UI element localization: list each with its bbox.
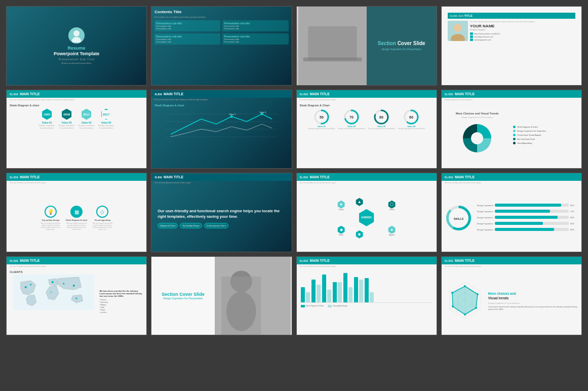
slide13-desc: Our user-friendly and functional search … (10, 265, 143, 267)
slide8-diagram-sub: Design Inspiration For Presentation (445, 116, 510, 119)
slide5-header: SLIDE MAIN TITLE (7, 90, 146, 98)
list-item (343, 273, 352, 302)
list-item: Design Inspiration 85% (476, 216, 578, 219)
svg-text:80: 80 (379, 115, 383, 119)
slide7-desc: Our user-friendly and functional search … (300, 99, 434, 101)
legend-item: Sleek Diagram & Chart (301, 305, 324, 307)
slide-13-world-map[interactable]: SLIDE MAIN TITLE Our user-friendly and f… (6, 256, 147, 336)
list-item: Presentation sub title Presentation titl… (222, 20, 288, 31)
list-item: Design Inspiration 90% (476, 204, 578, 207)
world-map-svg (10, 275, 98, 310)
bar-col (311, 280, 316, 302)
svg-point-59 (451, 292, 453, 294)
svg-point-37 (30, 284, 31, 285)
bar-col (359, 280, 363, 302)
list-item: Sleek Diagram & Chart (513, 126, 578, 128)
contact-item: startdesignstudio.com (470, 38, 575, 41)
list-item: ▲ (356, 198, 364, 206)
bar-col (317, 285, 321, 302)
slide-8-pie-chart[interactable]: SLIDE MAIN TITLE Design Inspiration For … (441, 90, 582, 169)
slide16-legend-sub: Design Inspiration For presentation (488, 302, 578, 304)
bar-fill (495, 216, 558, 219)
bar-col (333, 282, 337, 302)
slide-6-line-chart-dark[interactable]: SLIDE MAIN TITLE Our user-friendly searc… (151, 90, 292, 169)
slide-11-hobbies[interactable]: SLIDE MAIN TITLE Our user-friendly and f… (296, 173, 437, 252)
legend-item: Top quality Design (328, 305, 347, 307)
legend-dot (513, 126, 516, 128)
slide-10-quote[interactable]: SLIDE MAIN TITLE Our user-friendly and f… (151, 173, 292, 252)
list-item (311, 280, 321, 302)
list-item: 2008 Value 02 Design inspiration for pre… (58, 109, 75, 129)
slide-4-your-name[interactable]: SLIDE MAIN TITLE Our user-friendly and f… (441, 6, 582, 86)
web-icon (470, 38, 473, 41)
slide3-subtitle: Design Inspiration For Presentation (382, 48, 421, 51)
slide8-diagram-title: More Choices and Visual Trends (445, 112, 510, 115)
slide7-header: SLIDE MAIN TITLE (297, 90, 437, 98)
svg-point-39 (63, 283, 64, 284)
slide15-header: SLIDE MAIN TITLE (297, 257, 437, 264)
list-item: 1990 Value 01 Design inspiration for pre… (38, 109, 56, 129)
slide-9-icons[interactable]: SLIDE MAIN TITLE Our user-friendly and f… (6, 173, 147, 252)
slide16-legend-desc: Lorem ipsum has been the industry's stan… (488, 306, 578, 311)
slide-5-hex-diagram[interactable]: SLIDE MAIN TITLE Our user-friendly and f… (6, 90, 147, 169)
list-item: 2011 Value 03 Design inspiration for pre… (77, 109, 95, 129)
avatar (68, 27, 85, 44)
list-item: Tremendous Visual Appeal (513, 134, 578, 136)
bar-col (301, 287, 305, 302)
list-item: ● Appeal (388, 226, 396, 236)
slide14-text-overlay: Section Cover Slide Design Inspiration F… (151, 257, 214, 335)
list-item: ⬡ Colors (388, 201, 396, 211)
slide16-legend-title: More choices and Visual trends (488, 292, 578, 300)
slide2-items-grid: Presentation sub title Presentation titl… (154, 20, 288, 45)
legend-dot (513, 134, 516, 136)
hobbies-center: HOBBIES (358, 209, 375, 226)
slide-16-radar-chart[interactable]: SLIDE MAIN TITLE Our user-friendly and f… (441, 256, 582, 336)
slide-2-contents[interactable]: Contents Title Presentation is a complet… (151, 6, 292, 86)
slide10-quote: Our user-friendly and functional search … (158, 208, 285, 220)
list-item: 60 Value 04 Design inspiration for prese… (398, 109, 425, 130)
svg-point-41 (50, 291, 52, 293)
list-item: 2017 Value 04 Design inspiration for pre… (97, 109, 115, 129)
slide3-text-box: Section Cover Slide Design Inspiration F… (367, 7, 437, 85)
svg-point-40 (73, 285, 75, 287)
slide8-desc: Design Inspiration For Presentation (445, 99, 578, 101)
svg-point-0 (73, 30, 80, 36)
svg-text:Value 1: Value 1 (229, 113, 236, 115)
legend-color (301, 305, 305, 307)
svg-text:SKILLS: SKILLS (453, 217, 463, 220)
slide1-title-resume: Resume (68, 46, 86, 51)
slide-1-resume-cover[interactable]: Resume Powerpoint Template Presentation … (6, 6, 147, 86)
radar-svg (445, 280, 485, 321)
slide-12-bar-chart[interactable]: SLIDE MAIN TITLE Our user-friendly and f… (441, 173, 582, 252)
slide4-label: SLIDE (450, 15, 457, 17)
bar-col (370, 292, 374, 302)
lightbulb-icon: 💡 (45, 206, 57, 218)
list-item: Top Quality Design (180, 223, 202, 228)
legend-dot (513, 142, 516, 144)
svg-point-13 (230, 115, 233, 118)
bar-col (343, 273, 347, 302)
list-item: 50 Value 01 Design inspiration for prese… (308, 109, 335, 130)
bar-col (348, 287, 352, 302)
svg-point-7 (454, 24, 462, 32)
slide16-header: SLIDE MAIN TITLE (442, 257, 581, 264)
slide16-desc: Our user-friendly and functional search … (445, 265, 578, 267)
list-item: ◆ Sleek (337, 226, 345, 236)
list-item: ■ (356, 230, 364, 239)
svg-point-38 (52, 281, 54, 283)
slide-7-circle-charts[interactable]: SLIDE MAIN TITLE Our user-friendly and f… (296, 90, 437, 169)
slide12-desc: Our user-friendly and functional search … (445, 182, 578, 184)
slide6-diagram-title: Sleek Diagram & chart (154, 104, 288, 107)
bar-fill (495, 228, 554, 231)
slide-14-section-cover-2[interactable]: Section Cover Slide Design Inspiration F… (151, 256, 292, 336)
svg-point-56 (475, 307, 477, 309)
list-item: Visual Appealing (513, 142, 578, 144)
slide-15-column-chart[interactable]: SLIDE MAIN TITLE Our user-friendly and f… (296, 256, 437, 336)
list-item: Contemporary Colors (204, 223, 228, 228)
slides-grid: Resume Powerpoint Template Presentation … (6, 6, 582, 335)
legend-dot (513, 138, 516, 140)
slide6-header: SLIDE MAIN TITLE (151, 90, 291, 98)
slide-3-section-cover[interactable]: Section Cover Slide Design Inspiration F… (296, 6, 437, 86)
slide4-main-title: MAIN TITLE (458, 14, 473, 17)
list-item: 80 Value 03 Design inspiration for prese… (368, 109, 395, 130)
